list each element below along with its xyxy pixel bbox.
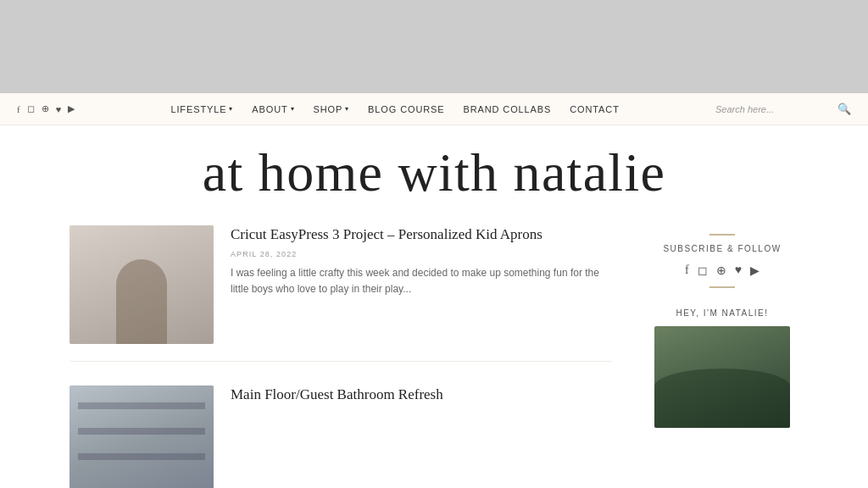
post-2-image[interactable] (70, 385, 214, 488)
header-photo-5 (434, 0, 542, 93)
sidebar-instagram-icon[interactable]: ◻ (698, 263, 708, 278)
post-1-excerpt: I was feeling a little crafty this week … (231, 265, 612, 297)
photo-strip (0, 0, 868, 93)
logo-area: at home with natalie (0, 125, 868, 217)
post-2-photo (70, 385, 214, 488)
post-2-content: Main Floor/Guest Bathroom Refresh (231, 385, 612, 488)
nav-about[interactable]: ABOUT ▾ (252, 104, 294, 114)
sidebar-heart-icon[interactable]: ♥ (735, 263, 742, 278)
sidebar-youtube-icon[interactable]: ▶ (750, 263, 760, 278)
blog-post-1: Cricut EasyPress 3 Project – Personalize… (70, 225, 612, 362)
sidebar-pinterest-icon[interactable]: ⊕ (716, 263, 726, 278)
instagram-icon[interactable]: ◻ (27, 103, 35, 114)
subscribe-section: SUBSCRIBE & FOLLOW f ◻ ⊕ ♥ ▶ (646, 234, 798, 288)
header-photo-7 (651, 0, 760, 93)
natalie-photo[interactable] (654, 326, 790, 428)
nav-blog-course[interactable]: BLOG COURSE (368, 104, 444, 114)
subscribe-title: SUBSCRIBE & FOLLOW (646, 244, 798, 253)
header-photo-8 (760, 0, 868, 93)
sidebar-divider-bottom (709, 286, 735, 288)
navbar: f ◻ ⊕ ♥ ▶ LIFESTYLE ▾ ABOUT ▾ SHOP ▾ BLO… (0, 93, 868, 125)
nav-brand-collabs[interactable]: BRAND COLLABS (463, 104, 551, 114)
sidebar: SUBSCRIBE & FOLLOW f ◻ ⊕ ♥ ▶ HEY, I'M NA… (646, 225, 798, 488)
blog-post-2: Main Floor/Guest Bathroom Refresh (70, 385, 612, 488)
youtube-icon[interactable]: ▶ (68, 103, 75, 114)
main-content: Cricut EasyPress 3 Project – Personalize… (53, 217, 815, 488)
nav-lifestyle[interactable]: LIFESTYLE ▾ (170, 104, 233, 114)
hey-natalie-section: HEY, I'M NATALIE! (646, 308, 798, 428)
facebook-icon[interactable]: f (17, 104, 20, 114)
header-photo-4 (326, 0, 434, 93)
post-1-photo (70, 225, 214, 344)
search-area: 🔍 (715, 103, 851, 116)
sidebar-divider-top (709, 234, 735, 236)
post-1-title[interactable]: Cricut EasyPress 3 Project – Personalize… (231, 225, 612, 245)
header-photo-3 (217, 0, 326, 93)
heart-icon[interactable]: ♥ (56, 104, 62, 114)
person-silhouette (116, 259, 167, 344)
shelf-shape (78, 402, 205, 409)
chevron-down-icon: ▾ (229, 105, 233, 113)
navbar-social-icons: f ◻ ⊕ ♥ ▶ (17, 103, 75, 114)
header-photo-1 (0, 0, 108, 93)
pinterest-icon[interactable]: ⊕ (42, 103, 49, 114)
chevron-down-icon: ▾ (345, 105, 349, 113)
nav-shop[interactable]: SHOP ▾ (314, 104, 350, 114)
family-silhouette (654, 369, 790, 428)
navbar-links: LIFESTYLE ▾ ABOUT ▾ SHOP ▾ BLOG COURSE B… (170, 104, 619, 114)
chevron-down-icon: ▾ (291, 105, 295, 113)
post-2-title[interactable]: Main Floor/Guest Bathroom Refresh (231, 385, 612, 405)
site-logo[interactable]: at home with natalie (0, 146, 868, 200)
search-input[interactable] (715, 104, 832, 114)
search-icon[interactable]: 🔍 (837, 103, 851, 116)
sidebar-facebook-icon[interactable]: f (685, 263, 689, 278)
hey-natalie-label: HEY, I'M NATALIE! (646, 308, 798, 318)
blog-posts-list: Cricut EasyPress 3 Project – Personalize… (70, 225, 612, 488)
post-1-image[interactable] (70, 225, 214, 344)
nav-contact[interactable]: CONTACT (570, 104, 620, 114)
sidebar-social-icons: f ◻ ⊕ ♥ ▶ (646, 263, 798, 278)
post-1-content: Cricut EasyPress 3 Project – Personalize… (231, 225, 612, 344)
post-1-date: APRIL 28, 2022 (231, 250, 612, 258)
header-photo-2 (108, 0, 217, 93)
header-photo-6 (542, 0, 651, 93)
